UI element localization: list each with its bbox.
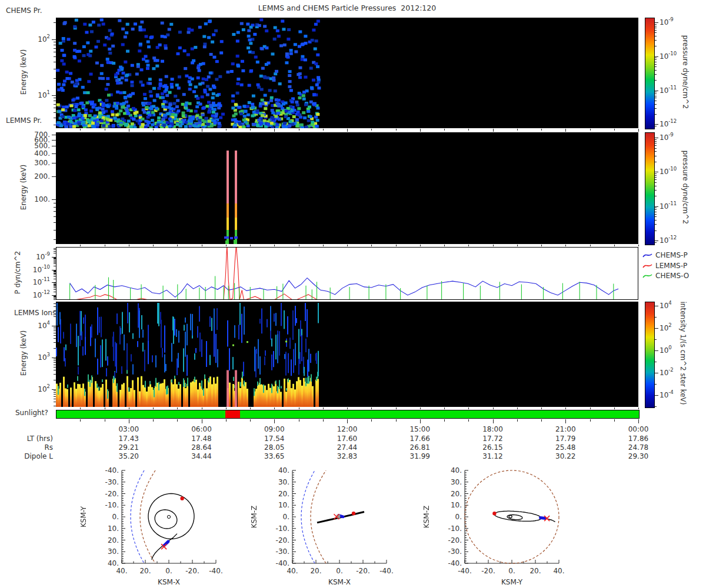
axis-tick: [274, 419, 275, 423]
ephemeris-value: 25.48: [551, 443, 580, 452]
day-start-marker: [180, 497, 184, 500]
ylabel-pressure: P dyn/cm^2: [14, 240, 22, 305]
lemms-pressure-spectrogram: [56, 132, 638, 244]
axis-tick: [54, 266, 56, 266]
axis-tick: [54, 298, 56, 299]
axis-tick: [54, 263, 56, 264]
colorbar-tick-label: 10-12: [660, 119, 687, 128]
axis-tick: [655, 70, 657, 71]
axis-tick: [468, 245, 469, 246]
legend-item-chems-p: CHEMS-P: [642, 249, 688, 259]
row-label-lt-hrs-: LT (hrs): [5, 435, 53, 443]
axis-tick: [517, 129, 518, 131]
axis-tick: [655, 151, 657, 152]
colorbar-tick-label: 10-2: [660, 368, 687, 377]
axis-tick: [638, 407, 639, 409]
axis-tick: [396, 245, 397, 246]
axis-tick: [655, 74, 657, 75]
orbit-tick-label: -40.: [276, 559, 289, 567]
axis-tick: [517, 419, 518, 422]
axis-tick: [153, 129, 154, 131]
axis-tick: [655, 216, 657, 217]
orbit-tick-label: 20.: [530, 567, 541, 575]
axis-tick: [153, 245, 154, 246]
axis-tick: [614, 129, 615, 131]
axis-tick: [177, 419, 178, 422]
axis-tick: [468, 129, 469, 131]
orbit-tick-label: 20.: [310, 567, 321, 575]
axis-tick: [52, 199, 56, 200]
axis-tick: [323, 129, 324, 131]
sunlight-off-interval: [225, 410, 240, 418]
orbit-tick-label: 0.: [112, 513, 119, 521]
axis-tick: [655, 384, 657, 385]
particle-pressure-lineplot: [56, 247, 638, 300]
ephemeris-value: 17.72: [479, 435, 507, 443]
axis-tick: [590, 129, 591, 131]
axis-tick: [638, 129, 639, 132]
axis-tick: [54, 299, 56, 300]
axis-tick: [52, 358, 56, 358]
axis-tick: [80, 245, 81, 246]
axis-tick: [655, 104, 657, 105]
sunlight-bar: [56, 410, 640, 419]
chems-pressure-spectrogram: [56, 18, 638, 128]
axis-tick-label: 400.: [25, 149, 50, 158]
axis-tick: [54, 338, 56, 339]
axis-tick: [105, 419, 105, 422]
ephemeris-value: 17.79: [551, 435, 580, 443]
axis-tick: [54, 258, 56, 258]
axis-tick: [655, 36, 657, 36]
axis-tick: [54, 402, 56, 402]
axis-tick: [565, 419, 566, 423]
axis-tick: [655, 108, 657, 109]
axis-tick: [655, 172, 658, 172]
axis-tick: [54, 406, 56, 406]
axis-tick: [655, 24, 657, 25]
axis-tick: [54, 42, 56, 42]
axis-tick: [54, 303, 56, 304]
orbit-tick-label: -20.: [185, 567, 199, 575]
axis-tick-label: 10-12: [25, 290, 50, 299]
axis-tick: [565, 407, 566, 409]
axis-tick: [655, 206, 658, 207]
axis-tick: [655, 214, 657, 215]
current-interval-marker: [541, 518, 545, 519]
day-start-marker: [492, 512, 496, 515]
axis-tick-label: 103: [25, 352, 50, 362]
orbit-tick-label: 0.: [336, 567, 342, 575]
axis-tick: [54, 248, 56, 249]
axis-tick: [493, 245, 494, 246]
orbit-tick-label: 40.: [287, 567, 298, 575]
axis-tick: [638, 245, 639, 246]
ephemeris-value: 28.05: [260, 443, 288, 452]
axis-tick: [323, 419, 324, 422]
axis-tick: [444, 407, 445, 409]
orbit-tick-label: 10.: [108, 524, 119, 533]
axis-tick: [655, 92, 657, 92]
cb-intensity: [645, 302, 655, 408]
axis-tick: [655, 190, 657, 191]
axis-tick: [347, 407, 348, 409]
bow-shock-boundary: [131, 470, 144, 563]
panel-label-lemms-pr: LEMMS Pr.: [6, 117, 42, 125]
axis-tick: [52, 146, 56, 146]
ephemeris-value: 31.12: [479, 452, 507, 460]
axis-tick-label: 102: [25, 384, 50, 393]
axis-tick: [590, 407, 591, 409]
colorbar-tick-label: 10-11: [660, 85, 687, 95]
orbit-tick-label: -20.: [105, 490, 119, 498]
magnetopause-boundary: [311, 470, 326, 563]
axis-tick: [541, 419, 542, 422]
axis-tick: [655, 162, 657, 162]
axis-tick: [274, 407, 275, 409]
legend-item-label: LEMMS-P: [655, 262, 687, 270]
lemms-chems-pressure-plot-page: LEMMS and CHEMS Particle Pressures 2012:…: [0, 0, 706, 588]
axis-tick: [655, 306, 658, 306]
axis-tick: [655, 26, 657, 26]
axis-tick: [444, 419, 445, 422]
orbit-xaxis-title: KSM-X: [158, 578, 180, 586]
axis-tick: [655, 28, 657, 28]
lemms-ions-canvas: [56, 302, 638, 407]
orbit-tick-label: 0.: [165, 567, 172, 575]
